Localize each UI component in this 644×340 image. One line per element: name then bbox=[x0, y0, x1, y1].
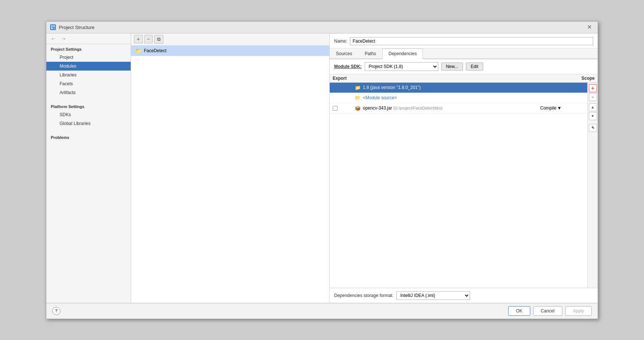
dep-row-module-source[interactable]: 📁 <Module source> bbox=[330, 93, 587, 103]
storage-format-label: Dependencies storage format: bbox=[334, 293, 393, 298]
add-dependency-button[interactable]: + bbox=[589, 84, 597, 92]
module-source-folder-icon: 📁 bbox=[355, 95, 361, 101]
copy-module-button[interactable]: ⧉ bbox=[154, 35, 163, 44]
scope-col-header: Scope bbox=[551, 76, 595, 81]
dep-list: 📁 1.8 (java version "1.8.0_201") 📁 <Modu… bbox=[330, 83, 587, 288]
left-panel: ← → Project Settings Project Modules Lib… bbox=[46, 33, 131, 303]
dep-main: 📁 1.8 (java version "1.8.0_201") 📁 <Modu… bbox=[330, 83, 587, 288]
move-up-button[interactable]: ▲ bbox=[589, 103, 597, 111]
project-settings-header: Project Settings bbox=[46, 44, 131, 53]
problems-header[interactable]: Problems bbox=[46, 132, 131, 141]
dep-row-opencv[interactable]: 📦 opencv-343.jar (G:\project\FaceDetect\… bbox=[330, 103, 587, 114]
remove-module-button[interactable]: − bbox=[144, 35, 153, 43]
svg-rect-1 bbox=[53, 25, 55, 27]
module-source-name-col: 📁 <Module source> bbox=[355, 95, 540, 101]
module-list: 📁 FaceDetect bbox=[131, 46, 329, 303]
sidebar-item-facets[interactable]: Facets bbox=[46, 79, 131, 88]
edit-dependency-button[interactable]: ✎ bbox=[589, 124, 597, 132]
nav-back-row: ← → bbox=[46, 33, 131, 44]
opencv-name-col: 📦 opencv-343.jar (G:\project\FaceDetect\… bbox=[355, 105, 540, 111]
close-button[interactable]: ✕ bbox=[585, 24, 594, 31]
sdk-folder-icon: 📁 bbox=[355, 85, 361, 90]
sdk-row: Module SDK: Project SDK (1.8) New... Edi… bbox=[330, 59, 598, 74]
tab-dependencies[interactable]: Dependencies bbox=[382, 49, 423, 59]
tabs-row: Sources Paths Dependencies bbox=[330, 49, 598, 59]
opencv-checkbox[interactable] bbox=[333, 106, 337, 111]
opencv-dep-name: opencv-343.jar (G:\project\FaceDetect\li… bbox=[363, 105, 442, 111]
middle-toolbar: + − ⧉ bbox=[131, 33, 329, 46]
module-source-dep-name[interactable]: <Module source> bbox=[363, 95, 397, 100]
opencv-jar-icon: 📦 bbox=[355, 105, 361, 111]
name-label: Name: bbox=[334, 39, 347, 44]
move-down-button[interactable]: ▼ bbox=[589, 112, 597, 120]
right-panel: Name: Sources Paths Dependencies Module … bbox=[330, 33, 598, 303]
svg-rect-2 bbox=[51, 28, 53, 29]
module-item-facedetect[interactable]: 📁 FaceDetect bbox=[131, 46, 329, 56]
sdk-label: Module SDK: bbox=[334, 64, 362, 69]
apply-button[interactable]: Apply bbox=[565, 306, 592, 316]
dep-content-area: 📁 1.8 (java version "1.8.0_201") 📁 <Modu… bbox=[330, 83, 598, 288]
platform-settings-header: Platform Settings bbox=[46, 101, 131, 110]
sdk-name-col: 📁 1.8 (java version "1.8.0_201") bbox=[355, 85, 540, 90]
sidebar-item-sdks[interactable]: SDKs bbox=[46, 110, 131, 119]
add-module-button[interactable]: + bbox=[134, 35, 143, 43]
sidebar-item-artifacts[interactable]: Artifacts bbox=[46, 88, 131, 97]
project-structure-dialog: Project Structure ✕ ← → Project Settings… bbox=[46, 21, 598, 319]
back-button[interactable]: ← bbox=[49, 35, 57, 42]
svg-rect-0 bbox=[51, 25, 53, 27]
module-folder-icon: 📁 bbox=[135, 48, 142, 54]
help-button[interactable]: ? bbox=[52, 307, 60, 315]
new-sdk-button[interactable]: New... bbox=[441, 62, 463, 71]
middle-panel: + − ⧉ 📁 FaceDetect bbox=[131, 33, 330, 303]
opencv-scope-dropdown[interactable]: Compile ▼ bbox=[540, 105, 584, 111]
dep-row-sdk[interactable]: 📁 1.8 (java version "1.8.0_201") bbox=[330, 83, 587, 93]
storage-format-bar: Dependencies storage format: IntelliJ ID… bbox=[330, 288, 598, 303]
title-bar-left: Project Structure bbox=[50, 24, 95, 30]
module-name-input[interactable] bbox=[350, 37, 593, 45]
sidebar-item-modules[interactable]: Modules bbox=[46, 62, 131, 71]
name-row: Name: bbox=[330, 33, 598, 49]
svg-rect-3 bbox=[53, 28, 55, 29]
opencv-export-col bbox=[333, 106, 355, 111]
tab-paths[interactable]: Paths bbox=[358, 49, 382, 59]
forward-button[interactable]: → bbox=[60, 35, 68, 42]
cancel-button[interactable]: Cancel bbox=[533, 306, 562, 316]
dialog-body: ← → Project Settings Project Modules Lib… bbox=[46, 33, 598, 303]
edit-sdk-button[interactable]: Edit bbox=[466, 62, 483, 71]
remove-dependency-button[interactable]: − bbox=[589, 93, 597, 101]
tab-sources[interactable]: Sources bbox=[330, 49, 358, 59]
sidebar-item-global-libraries[interactable]: Global Libraries bbox=[46, 119, 131, 128]
storage-format-select[interactable]: IntelliJ IDEA (.iml) bbox=[396, 291, 470, 300]
sdk-select[interactable]: Project SDK (1.8) bbox=[365, 62, 438, 71]
opencv-scope-col: Compile ▼ bbox=[540, 105, 584, 111]
sidebar-item-project[interactable]: Project bbox=[46, 53, 131, 62]
sdk-dep-name: 1.8 (java version "1.8.0_201") bbox=[363, 85, 421, 90]
dialog-footer: ? OK Cancel Apply bbox=[46, 303, 598, 319]
dep-table-header: Export Scope bbox=[330, 74, 598, 83]
dialog-title: Project Structure bbox=[59, 25, 95, 30]
right-actions: + − ▲ ▼ ✎ bbox=[587, 83, 598, 288]
module-name: FaceDetect bbox=[144, 48, 166, 53]
title-bar: Project Structure ✕ bbox=[46, 22, 598, 33]
ok-button[interactable]: OK bbox=[508, 306, 530, 316]
app-icon bbox=[50, 24, 56, 30]
export-col-header: Export bbox=[333, 76, 355, 81]
sidebar-item-libraries[interactable]: Libraries bbox=[46, 71, 131, 79]
